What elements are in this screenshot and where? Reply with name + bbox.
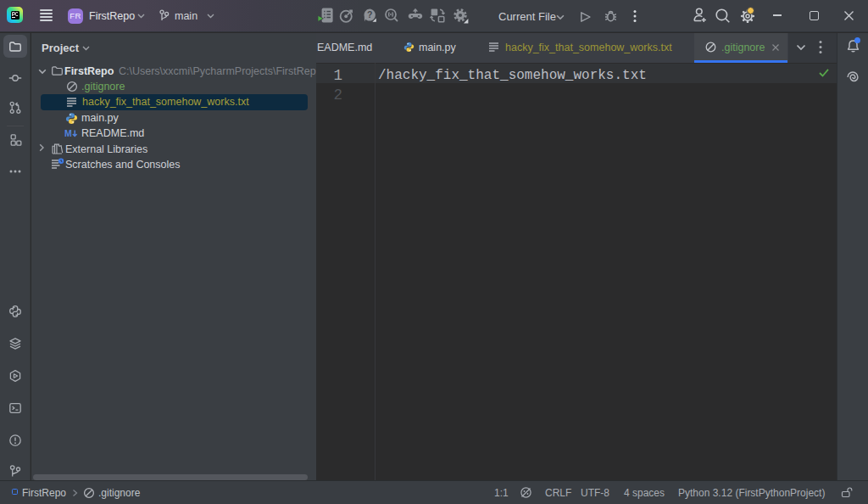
svg-text:?: ? (367, 9, 372, 20)
svg-text:M: M (64, 128, 72, 138)
